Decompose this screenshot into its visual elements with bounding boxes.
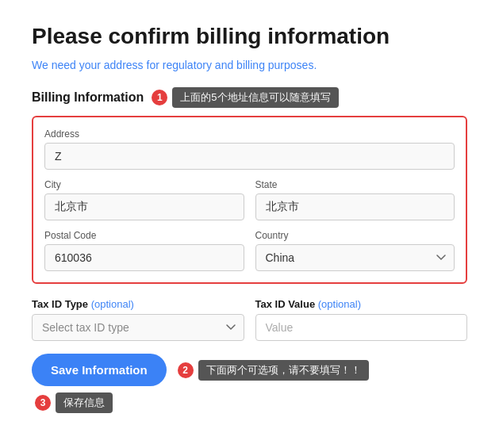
- save-button[interactable]: Save Information: [32, 354, 167, 386]
- city-state-row: City State: [44, 179, 455, 220]
- city-label: City: [44, 179, 244, 190]
- state-input[interactable]: [255, 193, 455, 220]
- badge-1: 1: [152, 90, 167, 105]
- tax-id-value-label: Tax ID Value (optional): [255, 298, 468, 310]
- country-select[interactable]: China United States Japan Other: [255, 244, 455, 271]
- address-field-group: Address: [44, 128, 455, 170]
- address-input[interactable]: [44, 143, 455, 170]
- postal-country-row: Postal Code Country China United States …: [44, 230, 455, 271]
- page-subtitle: We need your address for regulatory and …: [32, 59, 467, 71]
- tax-id-type-wrapper: Select tax ID type: [32, 314, 244, 341]
- postal-input[interactable]: [44, 244, 244, 271]
- page-title: Please confirm billing information: [32, 24, 467, 49]
- address-label: Address: [44, 128, 455, 140]
- badge-3: 3: [35, 395, 51, 411]
- tax-id-type-group: Tax ID Type (optional) Select tax ID typ…: [32, 298, 244, 341]
- tax-id-type-select[interactable]: Select tax ID type: [32, 314, 244, 341]
- tooltip-1-text: 上面的5个地址信息可以随意填写: [172, 87, 338, 108]
- city-field-group: City: [44, 179, 244, 220]
- tooltip-3-group: 3 保存信息: [32, 392, 467, 413]
- badge-2: 2: [178, 362, 194, 378]
- postal-label: Postal Code: [44, 230, 244, 241]
- state-field-group: State: [255, 179, 455, 220]
- tooltip-1-badge: 1 上面的5个地址信息可以随意填写: [152, 87, 338, 108]
- address-box: Address City State Postal Code Country C…: [32, 116, 467, 284]
- country-label: Country: [255, 230, 455, 241]
- tax-id-value-group: Tax ID Value (optional): [255, 298, 468, 341]
- state-label: State: [255, 179, 455, 190]
- postal-field-group: Postal Code: [44, 230, 244, 271]
- tax-id-type-label: Tax ID Type (optional): [32, 298, 244, 310]
- city-input[interactable]: [44, 193, 244, 220]
- country-field-group: Country China United States Japan Other: [255, 230, 455, 271]
- billing-section-label: Billing Information: [32, 90, 144, 105]
- tooltip-2-badge-group: 2 下面两个可选项，请不要填写！！: [178, 360, 369, 381]
- tooltip-2-text: 下面两个可选项，请不要填写！！: [198, 360, 369, 381]
- tax-section: Tax ID Type (optional) Select tax ID typ…: [32, 298, 467, 341]
- bottom-row: Save Information 2 下面两个可选项，请不要填写！！: [32, 354, 467, 386]
- tooltip-3-text: 保存信息: [56, 392, 113, 413]
- tax-id-value-input[interactable]: [255, 314, 468, 341]
